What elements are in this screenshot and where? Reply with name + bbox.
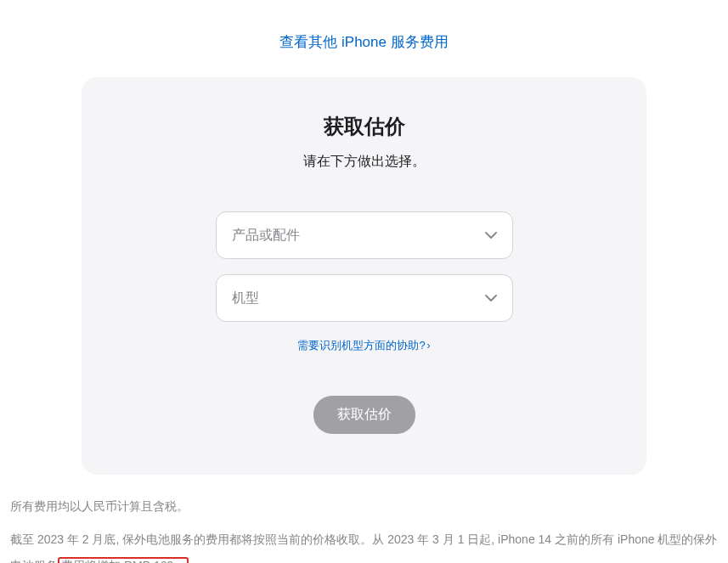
help-link-container: 需要识别机型方面的协助?› <box>116 337 612 353</box>
chevron-right-icon: › <box>427 340 431 352</box>
model-select-wrapper: 机型 <box>216 274 513 322</box>
card-title: 获取估价 <box>116 113 612 140</box>
submit-wrapper: 获取估价 <box>116 396 612 434</box>
help-link-text: 需要识别机型方面的协助? <box>297 339 425 352</box>
footer-line-1: 所有费用均以人民币计算且含税。 <box>10 493 718 520</box>
chevron-down-icon <box>485 232 497 239</box>
model-select-placeholder: 机型 <box>232 290 259 307</box>
product-select[interactable]: 产品或配件 <box>216 211 513 259</box>
footer-highlight: 费用将增加 RMB 169。 <box>58 557 189 563</box>
identify-model-help-link[interactable]: 需要识别机型方面的协助?› <box>297 339 430 352</box>
other-service-fees-link[interactable]: 查看其他 iPhone 服务费用 <box>279 34 448 50</box>
top-link-container: 查看其他 iPhone 服务费用 <box>0 0 728 77</box>
product-select-wrapper: 产品或配件 <box>216 211 513 259</box>
card-subtitle: 请在下方做出选择。 <box>116 153 612 171</box>
chevron-down-icon <box>485 295 497 301</box>
product-select-placeholder: 产品或配件 <box>232 227 300 245</box>
get-estimate-button[interactable]: 获取估价 <box>313 396 415 434</box>
footer-line-2: 截至 2023 年 2 月底, 保外电池服务的费用都将按照当前的价格收取。从 2… <box>10 526 718 563</box>
model-select[interactable]: 机型 <box>216 274 513 322</box>
footer-notes: 所有费用均以人民币计算且含税。 截至 2023 年 2 月底, 保外电池服务的费… <box>0 475 728 563</box>
estimate-card: 获取估价 请在下方做出选择。 产品或配件 机型 需要识别机型方面的协助?› 获取… <box>82 77 646 475</box>
